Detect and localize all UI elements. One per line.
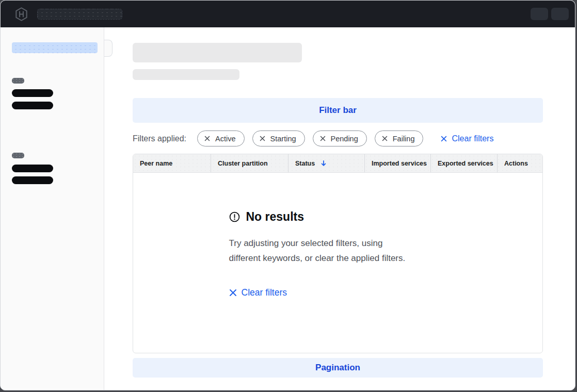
column-header-status[interactable]: Status bbox=[288, 154, 364, 172]
empty-state: No results Try adjusting your selected f… bbox=[229, 210, 447, 298]
column-header-peer-name[interactable]: Peer name bbox=[133, 154, 211, 172]
search-input[interactable] bbox=[37, 9, 122, 20]
empty-state-title-row: No results bbox=[229, 210, 447, 224]
page-subtitle-placeholder bbox=[133, 69, 239, 80]
column-header-imported-services[interactable]: Imported services bbox=[364, 154, 430, 172]
pagination-label: Pagination bbox=[315, 363, 360, 373]
navbar-button-placeholder-1[interactable] bbox=[531, 8, 548, 20]
app-body: Filter bar Filters applied: Active Start… bbox=[1, 27, 575, 390]
column-header-exported-services[interactable]: Exported services bbox=[430, 154, 497, 172]
x-icon bbox=[441, 136, 447, 142]
filter-pills: Active Starting Pending Failing bbox=[197, 130, 423, 146]
empty-state-clear-filters-link[interactable]: Clear filters bbox=[229, 287, 447, 298]
filter-pill-label: Active bbox=[215, 135, 236, 143]
sidebar-item-placeholder-2[interactable] bbox=[12, 102, 53, 109]
empty-state-description: Try adjusting your selected filters, usi… bbox=[229, 236, 447, 266]
arrow-down-icon bbox=[320, 160, 327, 167]
alert-circle-icon bbox=[229, 211, 240, 222]
page-title-placeholder bbox=[133, 43, 302, 62]
x-icon bbox=[382, 136, 388, 141]
sidebar-toggle-handle[interactable] bbox=[104, 40, 113, 57]
column-header-cluster-partition[interactable]: Cluster partition bbox=[211, 154, 288, 172]
filter-pill-label: Starting bbox=[270, 135, 296, 143]
x-icon bbox=[260, 136, 265, 141]
filter-pill-label: Pending bbox=[331, 135, 358, 143]
filters-applied-label: Filters applied: bbox=[133, 134, 186, 143]
table-header-row: Peer name Cluster partition Status bbox=[133, 154, 542, 173]
applied-filters-row: Filters applied: Active Starting Pend bbox=[133, 130, 543, 146]
clear-filters-label: Clear filters bbox=[242, 287, 287, 298]
peers-table: Peer name Cluster partition Status bbox=[133, 154, 543, 353]
filter-bar-label: Filter bar bbox=[319, 105, 357, 116]
filter-pill-active[interactable]: Active bbox=[197, 130, 245, 146]
sidebar-item-placeholder-4[interactable] bbox=[12, 176, 53, 184]
sidebar-item-placeholder-1[interactable] bbox=[12, 89, 53, 97]
empty-state-title: No results bbox=[246, 210, 304, 224]
main-content: Filter bar Filters applied: Active Start… bbox=[104, 27, 575, 390]
navbar-button-placeholder-2[interactable] bbox=[551, 8, 569, 20]
pagination-region: Pagination bbox=[133, 358, 543, 378]
x-icon bbox=[229, 289, 237, 297]
filter-pill-starting[interactable]: Starting bbox=[252, 130, 305, 146]
filter-pill-pending[interactable]: Pending bbox=[313, 130, 367, 146]
sidebar-selected-item-placeholder[interactable] bbox=[12, 42, 98, 53]
app-window: Filter bar Filters applied: Active Start… bbox=[0, 0, 575, 390]
filter-pill-failing[interactable]: Failing bbox=[375, 130, 424, 146]
sidebar-section-label-placeholder-1 bbox=[12, 78, 24, 84]
sidebar bbox=[1, 27, 104, 390]
sidebar-section-label-placeholder-2 bbox=[12, 153, 24, 158]
clear-filters-label: Clear filters bbox=[452, 134, 493, 143]
hashicorp-logo-icon bbox=[15, 7, 28, 21]
x-icon bbox=[320, 136, 326, 141]
x-icon bbox=[204, 136, 210, 141]
filter-bar-region: Filter bar bbox=[133, 98, 543, 123]
sidebar-item-placeholder-3[interactable] bbox=[12, 165, 53, 172]
column-header-actions[interactable]: Actions bbox=[497, 154, 542, 172]
top-navbar bbox=[1, 1, 575, 27]
clear-filters-link[interactable]: Clear filters bbox=[441, 134, 493, 143]
filter-pill-label: Failing bbox=[393, 135, 415, 143]
